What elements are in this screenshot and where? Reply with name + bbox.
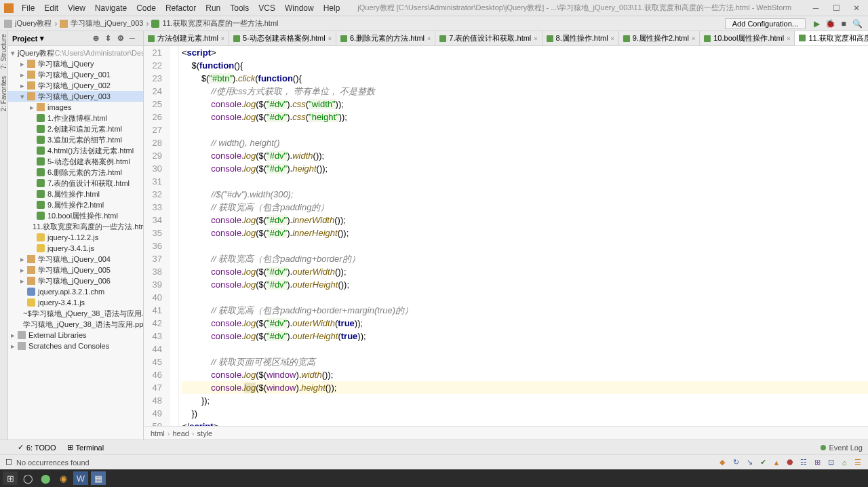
tree-node[interactable]: jquery.api.3.2.1.chm [8,286,143,297]
close-icon[interactable]: × [692,35,695,42]
code-line[interactable]: console.log($("#dv").innerWidth()); [182,214,868,227]
menu-window[interactable]: Window [281,2,318,14]
project-tree[interactable]: ▾jQuery教程 C:\Users\Administrator\Desk▸学习… [8,46,143,440]
close-icon[interactable]: × [787,35,790,42]
terminal-button[interactable]: ⊞Terminal [67,443,104,452]
code-line[interactable]: console.log($(window).width()); [182,368,868,381]
code-line[interactable]: $(function(){ [182,59,868,72]
menu-file[interactable]: File [18,2,39,14]
editor-tab[interactable]: 6.删除元素的方法.html× [336,31,435,45]
code-line[interactable]: // 获取宽高（包含padding的） [182,201,868,214]
tree-node[interactable]: ▸学习猿地_jQuery_002 [8,80,143,91]
todo-button[interactable]: ✓6: TODO [18,443,56,452]
taskbar-webstorm[interactable]: W [73,471,88,485]
code-line[interactable]: console.log($("#dv").height()); [182,162,868,175]
close-button[interactable]: ✕ [849,3,864,14]
tree-node[interactable]: jquery-1.12.2.js [8,232,143,243]
event-log-button[interactable]: Event Log [821,444,863,452]
editor-tab[interactable]: 8.属性操作.html× [542,31,619,45]
code-line[interactable] [182,123,868,136]
tree-node[interactable]: ▸学习猿地_jQuery_004 [8,254,143,265]
nav-crumb[interactable]: 11.获取宽度和高度的一些方法.html [162,18,278,28]
windows-start-button[interactable]: ⊞ [3,471,18,485]
code-line[interactable]: $("#btn").click(function(){ [182,72,868,85]
menu-view[interactable]: View [64,2,90,14]
stop-button[interactable]: ■ [837,17,850,31]
minimize-button[interactable]: ─ [808,3,823,14]
tree-node[interactable]: ▸学习猿地_jQuery_005 [8,265,143,275]
code-line[interactable]: console.log($("#dv").outerHeight(true)); [182,330,868,343]
close-icon[interactable]: × [328,35,332,42]
code-line[interactable] [182,239,868,252]
debug-button[interactable]: 🐞 [823,17,837,31]
breadcrumb-item[interactable]: head [172,429,189,437]
menu-refactor[interactable]: Refactor [161,2,200,14]
tree-node[interactable]: 2.创建和追加元素.html [8,123,143,134]
close-icon[interactable]: × [611,35,614,42]
editor-tab[interactable]: 11.获取宽度和高度的一些方法.html× [795,31,868,45]
editor-tab[interactable]: 10.bool属性操作.html× [700,31,795,45]
expander-icon[interactable]: ▸ [20,71,27,79]
breadcrumb-item[interactable]: style [197,429,213,437]
maximize-button[interactable]: ☐ [829,3,844,14]
close-icon[interactable]: × [221,35,224,42]
strip-favorites[interactable]: 2: Favorites [0,76,7,111]
code-line[interactable]: }); [182,394,868,407]
gear-icon[interactable]: ⚙ [117,34,127,43]
expander-icon[interactable]: ▸ [20,266,27,275]
taskbar-chrome[interactable]: ◉ [56,471,71,485]
status-icon[interactable]: ☷ [799,458,808,467]
menu-tools[interactable]: Tools [226,2,253,14]
tree-node[interactable]: 9.属性操作2.html [8,199,143,210]
code-line[interactable] [182,291,868,304]
expander-icon[interactable]: ▸ [30,103,37,112]
close-icon[interactable]: × [534,35,537,42]
tree-node[interactable]: ▸学习猿地_jQuery [8,58,143,69]
code-line[interactable]: }) [182,407,868,420]
expander-icon[interactable]: ▾ [20,92,27,101]
editor-tab[interactable]: 方法创建元素.html× [144,31,229,45]
close-icon[interactable]: × [427,35,431,42]
expander-icon[interactable]: ▸ [11,342,18,351]
tree-node[interactable]: ~$学习猿地_jQuery_38_语法与应用.ppt [8,308,143,319]
tree-node[interactable]: jquery-3.4.1.js [8,297,143,308]
tree-node[interactable]: jquery-3.4.1.js [8,243,143,254]
nav-crumb[interactable]: jQuery教程 [15,18,52,28]
status-icon[interactable]: ◆ [717,458,727,467]
tree-node[interactable]: 学习猿地_jQuery_38_语法与应用.pptx [8,319,143,330]
code-line[interactable] [182,343,868,355]
editor-body[interactable]: 2122232425262728293031323334353637383940… [144,46,868,426]
code-line[interactable]: console.log($("#dv").css("width")); [182,98,868,111]
tree-node[interactable]: ▾学习猿地_jQuery_003 [8,91,143,102]
expander-icon[interactable]: ▾ [11,49,15,58]
code-line[interactable]: console.log($("#dv").outerWidth()); [182,265,868,278]
collapse-icon[interactable]: ⇕ [105,34,115,43]
fold-strip[interactable] [170,46,179,426]
tree-node[interactable]: 1.作业微博框.html [8,113,143,123]
editor-tab[interactable]: 7.表的值设计和获取.html× [435,31,542,45]
tree-node[interactable]: 10.bool属性操作.html [8,210,143,221]
menu-run[interactable]: Run [201,2,224,14]
tree-node[interactable]: ▸Scratches and Consoles [8,340,143,351]
expander-icon[interactable]: ▸ [20,60,27,69]
tree-node[interactable]: 11.获取宽度和高度的一些方法.html [8,221,143,232]
code-line[interactable]: // 获取宽高（包含padding+border的） [182,252,868,265]
code-line[interactable]: // width(), height() [182,136,868,149]
status-icon[interactable]: ↻ [731,458,741,467]
strip-structure[interactable]: 7: Structure [0,34,7,69]
tree-node[interactable]: ▸images [8,102,143,113]
code-line[interactable]: </script> [182,420,868,426]
search-icon[interactable]: 🔍 [850,17,864,31]
menu-navigate[interactable]: Navigate [91,2,131,14]
code-line[interactable]: //$("#dv").width(300); [182,188,868,201]
status-icon[interactable]: ▲ [772,458,781,467]
add-configuration-button[interactable]: Add Configuration... [725,18,806,29]
expander-icon[interactable]: ▸ [20,255,27,264]
code-line[interactable]: console.log($("#dv").innerHeight()); [182,227,868,239]
tree-node[interactable]: 8.属性操作.html [8,189,143,199]
code-line[interactable]: console.log($(window).height()); [182,381,868,394]
code-line[interactable]: //使用css方式获取， 带有单位， 不是整数 [182,85,868,98]
status-icon[interactable]: ☰ [853,458,863,467]
menu-edit[interactable]: Edit [40,2,62,14]
status-icon[interactable]: ⊡ [826,458,835,467]
